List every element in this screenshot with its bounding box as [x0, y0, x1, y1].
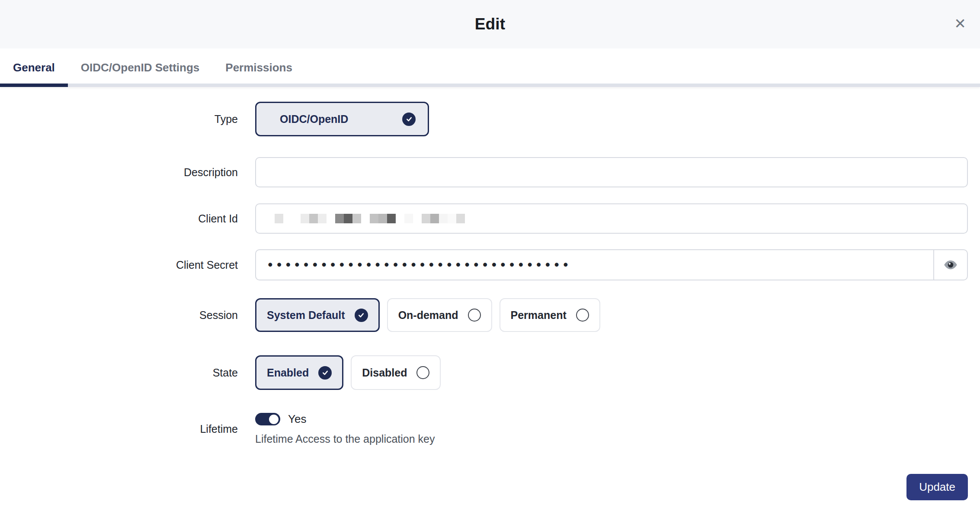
client-secret-control — [255, 249, 968, 280]
dialog-title: Edit — [475, 15, 506, 33]
description-label: Description — [0, 166, 238, 179]
session-label: Session — [0, 309, 238, 322]
state-label: State — [0, 367, 238, 379]
option-label: Enabled — [267, 367, 309, 379]
form-content: Type OIDC/OpenID Description Client Id — [0, 87, 980, 500]
client-secret-group — [255, 249, 968, 280]
option-label: Permanent — [511, 309, 567, 322]
tab-permissions[interactable]: Permissions — [212, 48, 305, 87]
state-control: Enabled Disabled — [255, 355, 968, 390]
option-label: System Default — [267, 309, 345, 322]
tab-general[interactable]: General — [0, 48, 68, 87]
edit-dialog: Edit ✕ General OIDC/OpenID Settings Perm… — [0, 0, 980, 500]
client-id-row: Client Id — [0, 203, 968, 234]
close-icon: ✕ — [954, 16, 966, 32]
unselected-radio-icon — [576, 309, 589, 322]
dialog-footer: Update — [0, 474, 968, 500]
client-secret-label: Client Secret — [0, 259, 238, 271]
eye-icon — [943, 257, 958, 273]
type-label: Type — [0, 113, 238, 126]
tab-label: General — [13, 61, 55, 74]
option-label: Disabled — [362, 367, 407, 379]
session-option-permanent[interactable]: Permanent — [500, 298, 600, 332]
tab-bar: General OIDC/OpenID Settings Permissions — [0, 48, 980, 87]
tab-label: OIDC/OpenID Settings — [81, 61, 199, 74]
client-id-label: Client Id — [0, 212, 238, 225]
selected-check-icon — [402, 113, 416, 126]
state-option-disabled[interactable]: Disabled — [351, 355, 441, 390]
type-control: OIDC/OpenID — [255, 102, 968, 136]
description-input[interactable] — [255, 157, 968, 187]
tab-label: Permissions — [225, 61, 292, 74]
lifetime-toggle-label: Yes — [288, 412, 306, 426]
tab-oidc-openid-settings[interactable]: OIDC/OpenID Settings — [68, 48, 212, 87]
lifetime-row: Lifetime Yes Lifetime Access to the appl… — [0, 412, 968, 445]
lifetime-toggle[interactable] — [255, 413, 280, 425]
unselected-radio-icon — [468, 309, 481, 322]
state-row: State Enabled Disabled — [0, 355, 968, 390]
type-option-oidc-openid[interactable]: OIDC/OpenID — [255, 102, 429, 136]
client-secret-input[interactable] — [255, 249, 934, 280]
close-button[interactable]: ✕ — [951, 15, 970, 32]
lifetime-help-text: Lifetime Access to the application key — [255, 433, 435, 445]
description-row: Description — [0, 157, 968, 187]
option-label: On-demand — [398, 309, 458, 322]
type-option-label: OIDC/OpenID — [280, 113, 348, 126]
description-control — [255, 157, 968, 187]
client-id-control — [255, 203, 968, 234]
session-option-system-default[interactable]: System Default — [255, 298, 380, 332]
lifetime-label: Lifetime — [0, 423, 238, 435]
session-row: Session System Default On-demand Permane… — [0, 298, 968, 332]
client-secret-row: Client Secret — [0, 249, 968, 280]
toggle-knob — [269, 415, 279, 424]
selected-check-icon — [318, 366, 332, 380]
unselected-radio-icon — [416, 366, 429, 379]
type-row: Type OIDC/OpenID — [0, 102, 968, 136]
client-id-input[interactable] — [255, 203, 968, 234]
dialog-header: Edit ✕ — [0, 0, 980, 48]
state-option-enabled[interactable]: Enabled — [255, 355, 343, 390]
session-option-on-demand[interactable]: On-demand — [387, 298, 492, 332]
update-button[interactable]: Update — [906, 474, 968, 500]
selected-check-icon — [355, 309, 368, 322]
client-id-redaction — [275, 214, 465, 223]
reveal-secret-button[interactable] — [933, 249, 968, 280]
lifetime-control: Yes Lifetime Access to the application k… — [255, 412, 968, 445]
session-control: System Default On-demand Permanent — [255, 298, 968, 332]
